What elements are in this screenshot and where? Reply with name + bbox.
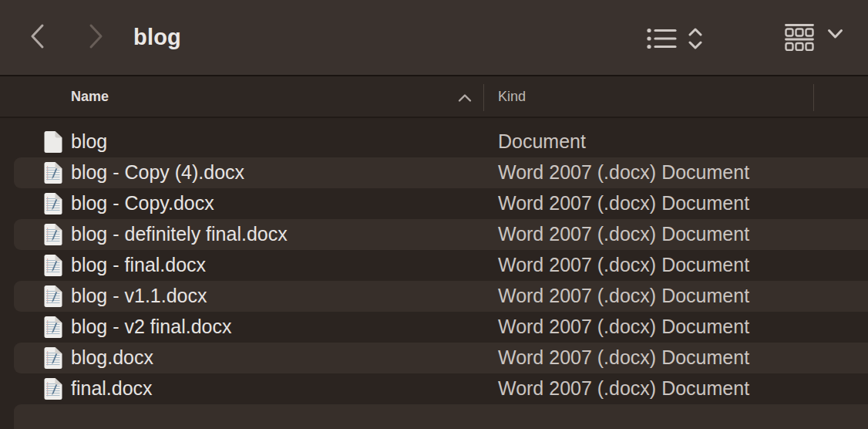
file-kind: Word 2007 (.docx) Document <box>498 285 749 307</box>
group-grid-icon <box>785 24 814 51</box>
view-mode-button[interactable] <box>641 23 708 54</box>
docx-document-icon <box>44 193 62 215</box>
name-column-label: Name <box>71 89 109 105</box>
file-row[interactable]: blog - Copy.docx Word 2007 (.docx) Docum… <box>0 188 868 219</box>
file-row[interactable]: blog - definitely final.docx Word 2007 (… <box>0 219 868 250</box>
file-row[interactable]: blog - v1.1.docx Word 2007 (.docx) Docum… <box>0 281 868 312</box>
file-name: blog - final.docx <box>71 254 206 276</box>
docx-document-icon <box>44 378 62 400</box>
up-down-chevron-icon <box>688 28 703 49</box>
column-header-kind[interactable]: Kind <box>498 76 526 117</box>
group-by-button[interactable] <box>779 19 849 56</box>
forward-button[interactable] <box>84 21 107 53</box>
docx-document-icon <box>44 255 62 277</box>
file-kind: Word 2007 (.docx) Document <box>498 377 749 400</box>
docx-document-icon <box>44 285 62 308</box>
file-name: blog - Copy.docx <box>71 192 214 214</box>
file-name: blog - Copy (4).docx <box>71 161 244 184</box>
file-kind: Word 2007 (.docx) Document <box>498 316 749 338</box>
file-row[interactable]: final.docx Word 2007 (.docx) Document <box>0 373 868 404</box>
kind-column-label: Kind <box>498 89 526 105</box>
file-row[interactable]: blog Document <box>0 127 868 157</box>
file-row[interactable]: blog - Copy (4).docx Word 2007 (.docx) D… <box>0 157 868 188</box>
file-kind: Word 2007 (.docx) Document <box>498 223 749 245</box>
file-name: final.docx <box>71 377 153 400</box>
file-kind: Word 2007 (.docx) Document <box>498 254 749 276</box>
docx-document-icon <box>44 162 62 184</box>
file-name: blog <box>71 130 107 153</box>
file-row[interactable]: blog - final.docx Word 2007 (.docx) Docu… <box>0 250 868 281</box>
file-row[interactable]: blog - v2 final.docx Word 2007 (.docx) D… <box>0 312 868 343</box>
chevron-right-icon <box>87 23 104 49</box>
toolbar: blog <box>0 0 868 76</box>
column-resize-handle[interactable] <box>813 84 814 111</box>
list-view-icon <box>647 28 678 49</box>
file-row[interactable]: blog.docx Word 2007 (.docx) Document <box>0 343 868 373</box>
column-header-name[interactable]: Name <box>71 76 109 117</box>
chevron-down-icon <box>827 29 843 39</box>
file-name: blog - v2 final.docx <box>71 316 231 338</box>
empty-row-stripe <box>0 404 868 429</box>
back-button[interactable] <box>26 21 49 53</box>
docx-document-icon <box>44 316 62 339</box>
docx-document-icon <box>44 347 62 370</box>
file-kind: Word 2007 (.docx) Document <box>498 346 749 369</box>
file-kind: Document <box>498 130 586 153</box>
file-name: blog - v1.1.docx <box>71 285 207 307</box>
file-kind: Word 2007 (.docx) Document <box>498 161 749 184</box>
chevron-left-icon <box>29 23 46 49</box>
window-title: blog <box>133 24 181 49</box>
file-name: blog - definitely final.docx <box>71 223 288 245</box>
sort-ascending-icon <box>458 93 472 103</box>
column-resize-handle[interactable] <box>483 84 484 111</box>
file-name: blog.docx <box>71 346 153 369</box>
list-header: Name Kind <box>0 76 868 118</box>
docx-document-icon <box>44 224 62 246</box>
finder-window: blog <box>0 0 868 429</box>
file-list: blog Document blog - Copy (4).docx Word … <box>0 118 868 429</box>
file-kind: Word 2007 (.docx) Document <box>498 192 749 214</box>
plain-document-icon <box>44 131 62 154</box>
